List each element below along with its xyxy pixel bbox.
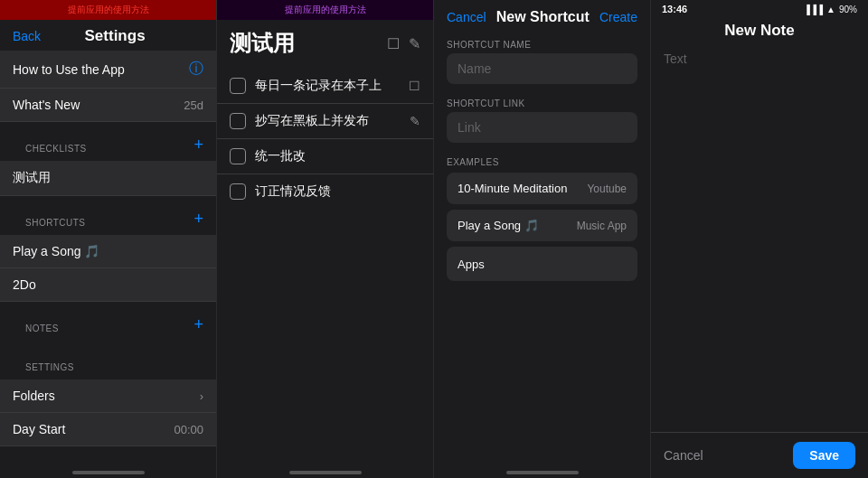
square-icon[interactable]: ☐ [387, 35, 400, 52]
add-shortcut-button[interactable]: + [193, 210, 203, 229]
checkbox[interactable] [230, 183, 246, 200]
checkbox[interactable] [230, 148, 246, 164]
note-footer: Cancel Save [651, 432, 868, 478]
note-save-button[interactable]: Save [793, 442, 855, 469]
checkbox[interactable] [230, 113, 246, 129]
settings-scroll: How to Use the App ⓘ What's New 25d CHEC… [0, 51, 216, 465]
notes-section: NOTES + [0, 302, 216, 341]
settings-header: Back Settings [0, 20, 216, 51]
note-placeholder: Text [664, 52, 687, 66]
settings-panel: 提前应用的使用方法 Back Settings How to Use the A… [0, 0, 217, 478]
home-indicator [506, 471, 579, 474]
general-group: How to Use the App ⓘ What's New 25d [0, 51, 216, 122]
day-start-row[interactable]: Day Start 00:00 [0, 413, 216, 446]
2do-row[interactable]: 2Do [0, 268, 216, 302]
add-note-button[interactable]: + [193, 315, 203, 334]
checklist-panel: 提前应用的使用方法 测试用 ☐ ✎ 每日一条记录在本子上 ☐ 抄写在黑板上并发布… [217, 0, 434, 478]
note-cancel-button[interactable]: Cancel [664, 448, 703, 463]
list-item[interactable]: 统一批改 [217, 138, 433, 173]
settings-banner: 提前应用的使用方法 [0, 0, 216, 20]
checklists-section: CHECKLISTS + [0, 122, 216, 161]
edit-icon[interactable]: ✎ [409, 35, 420, 52]
checklist-header: 测试用 ☐ ✎ [217, 20, 433, 65]
page-title: Settings [48, 27, 182, 45]
settings-section: SETTINGS [0, 341, 216, 380]
battery-icon: 90% [839, 5, 857, 14]
status-time: 13:46 [662, 4, 687, 14]
play-a-song-row[interactable]: Play a Song 🎵 [0, 235, 216, 268]
apps-item[interactable]: Apps [447, 247, 637, 281]
cancel-button[interactable]: Cancel [447, 10, 486, 24]
home-indicator [289, 471, 362, 474]
note-title: New Note [724, 22, 794, 40]
status-bar: 13:46 ▐▐▐ ▲ 90% [651, 0, 868, 16]
checklist-banner: 提前应用的使用方法 [217, 0, 433, 20]
list-item[interactable]: 订正情况反馈 [217, 173, 433, 209]
status-icons: ▐▐▐ ▲ 90% [804, 5, 857, 14]
example-item-meditation[interactable]: 10-Minute Meditation Youtube [447, 173, 637, 204]
list-item[interactable]: 抄写在黑板上并发布 ✎ [217, 103, 433, 138]
note-header: New Note [651, 16, 868, 47]
checklist-item-row[interactable]: 测试用 [0, 161, 216, 196]
shortcut-link-input[interactable] [447, 112, 637, 143]
checklist-scroll: 每日一条记录在本子上 ☐ 抄写在黑板上并发布 ✎ 统一批改 订正情况反馈 [217, 65, 433, 465]
checkbox[interactable] [230, 78, 246, 94]
examples-label: EXAMPLES [447, 157, 637, 167]
examples-section: EXAMPLES 10-Minute Meditation Youtube Pl… [434, 150, 650, 288]
new-shortcut-panel: Cancel New Shortcut Create SHORTCUT NAME… [434, 0, 651, 478]
folders-row[interactable]: Folders › [0, 380, 216, 413]
how-to-use-row[interactable]: How to Use the App ⓘ [0, 51, 216, 89]
shortcut-header: Cancel New Shortcut Create [434, 0, 650, 33]
shortcut-name-input[interactable] [447, 53, 637, 84]
back-button[interactable]: Back [13, 29, 41, 43]
checklist-actions: ☐ ✎ [387, 35, 420, 52]
example-item-song[interactable]: Play a Song 🎵 Music App [447, 210, 637, 241]
name-section: SHORTCUT NAME [434, 33, 650, 91]
shortcut-link-label: SHORTCUT LINK [447, 98, 637, 108]
shortcut-title: New Shortcut [496, 9, 590, 25]
wifi-icon: ▲ [826, 5, 835, 14]
checklist-title: 测试用 [230, 29, 295, 58]
shortcuts-section: SHORTCUTS + [0, 196, 216, 235]
list-item[interactable]: 每日一条记录在本子上 ☐ [217, 69, 433, 103]
backups-section: BACKUPS [0, 446, 216, 465]
note-body: Text [651, 47, 868, 432]
item-action-icon: ☐ [409, 79, 420, 93]
home-indicator [72, 471, 145, 474]
new-note-panel: 13:46 ▐▐▐ ▲ 90% New Note Text Cancel Sav… [651, 0, 868, 478]
signal-icon: ▐▐▐ [804, 5, 823, 14]
whats-new-row[interactable]: What's New 25d [0, 89, 216, 122]
shortcut-name-label: SHORTCUT NAME [447, 40, 637, 50]
info-icon: ⓘ [189, 60, 203, 79]
add-checklist-button[interactable]: + [193, 136, 203, 155]
link-section: SHORTCUT LINK [434, 91, 650, 150]
item-edit-icon: ✎ [410, 114, 420, 128]
create-button[interactable]: Create [599, 10, 637, 24]
chevron-icon: › [200, 389, 203, 403]
